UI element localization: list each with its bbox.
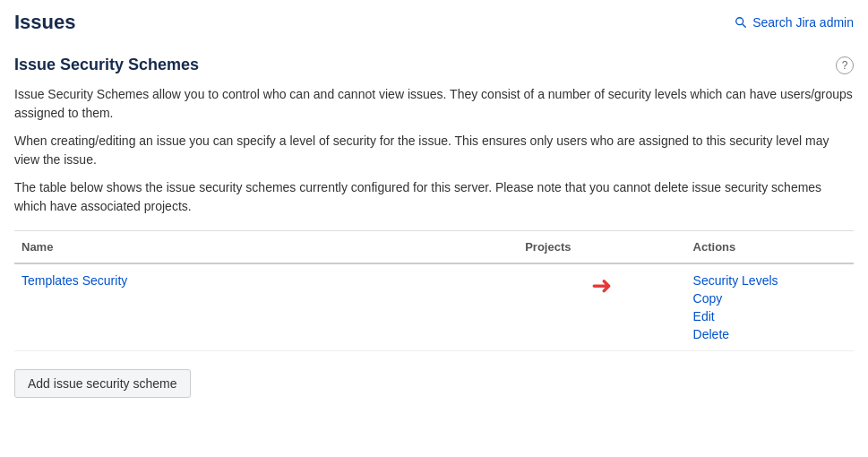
projects-cell: ➜ [518, 263, 685, 351]
actions-cell: Security Levels Copy Edit Delete [686, 263, 854, 351]
help-icon[interactable]: ? [836, 56, 854, 74]
help-icon-label: ? [842, 59, 848, 72]
content-area: Issue Security Schemes ? Issue Security … [0, 41, 868, 419]
scheme-name-cell: Templates Security [14, 263, 518, 351]
search-admin-link[interactable]: Search Jira admin [735, 15, 854, 30]
description-3: The table below shows the issue security… [14, 178, 854, 216]
table-header-row: Name Projects Actions [14, 231, 854, 263]
search-admin-label: Search Jira admin [752, 15, 854, 30]
scheme-name-link[interactable]: Templates Security [21, 273, 127, 288]
description-2: When creating/editing an issue you can s… [14, 132, 854, 169]
svg-line-1 [743, 24, 745, 27]
edit-link[interactable]: Edit [693, 309, 847, 323]
col-header-name: Name [14, 231, 518, 263]
search-icon [735, 16, 747, 29]
delete-link[interactable]: Delete [693, 327, 847, 341]
description-1: Issue Security Schemes allow you to cont… [14, 85, 854, 123]
description-block: Issue Security Schemes allow you to cont… [14, 85, 854, 216]
col-header-actions: Actions [686, 231, 854, 263]
page-title: Issues [14, 11, 76, 34]
schemes-table: Name Projects Actions Templates Security… [14, 231, 854, 351]
top-bar: Issues Search Jira admin [0, 0, 868, 41]
add-scheme-button[interactable]: Add issue security scheme [14, 369, 191, 398]
section-title: Issue Security Schemes [14, 56, 199, 74]
security-levels-link[interactable]: Security Levels [693, 273, 847, 288]
copy-link[interactable]: Copy [693, 291, 847, 306]
table-row: Templates Security ➜ Security Levels Cop… [14, 263, 854, 351]
section-header: Issue Security Schemes ? [14, 56, 854, 74]
actions-list: Security Levels Copy Edit Delete [693, 273, 847, 341]
col-header-projects: Projects [518, 231, 685, 263]
arrow-icon: ➜ [591, 273, 612, 298]
svg-point-0 [736, 18, 743, 25]
